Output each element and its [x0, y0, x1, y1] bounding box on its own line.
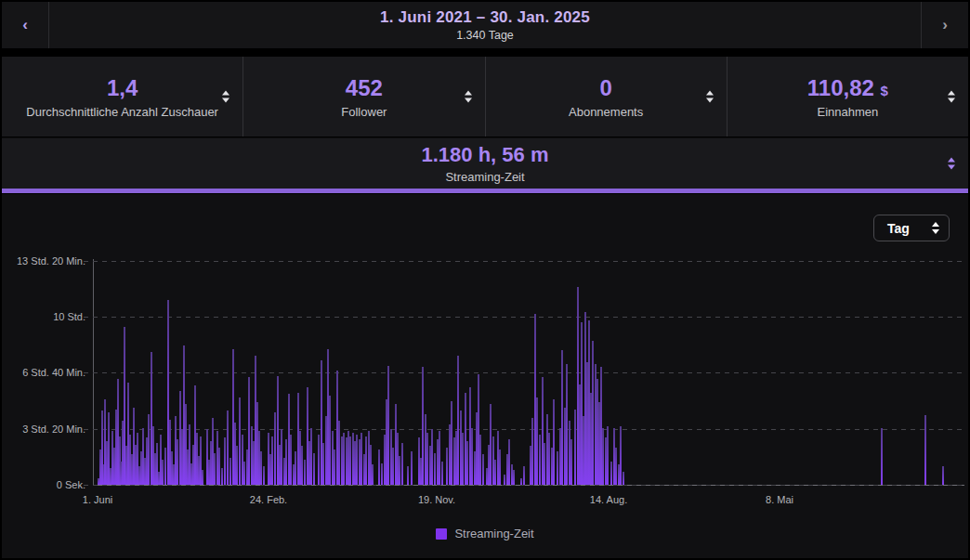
stream-time-bar[interactable] [446, 448, 448, 485]
stream-time-bar[interactable] [513, 470, 515, 485]
stream-time-bar[interactable] [218, 448, 220, 485]
stream-time-bar[interactable] [224, 437, 226, 485]
stream-time-bar[interactable] [322, 443, 324, 485]
stream-time-bar[interactable] [523, 466, 525, 485]
stream-time-bar[interactable] [924, 415, 926, 485]
stream-time-bar[interactable] [499, 449, 501, 485]
stream-time-bar[interactable] [239, 397, 241, 485]
stream-time-bar[interactable] [248, 377, 250, 485]
stream-time-bar[interactable] [615, 448, 617, 485]
stream-time-bar[interactable] [434, 453, 436, 485]
stream-time-bar[interactable] [313, 453, 315, 485]
stat-cell-followers[interactable]: 452 Follower [242, 57, 484, 137]
sort-chevrons-icon[interactable] [222, 91, 229, 103]
stream-time-bar[interactable] [214, 453, 216, 485]
stream-time-bar[interactable] [439, 431, 440, 485]
stream-time-bar[interactable] [281, 429, 282, 485]
stream-time-bar[interactable] [227, 410, 229, 485]
stream-time-bar[interactable] [407, 466, 409, 485]
stream-time-bar[interactable] [295, 451, 296, 485]
stream-time-bar[interactable] [566, 364, 568, 485]
stream-time-bar[interactable] [229, 458, 231, 485]
stream-time-bar[interactable] [422, 367, 424, 485]
stream-time-bar[interactable] [243, 462, 245, 485]
stream-time-bar[interactable] [290, 435, 292, 485]
stream-time-bar[interactable] [557, 451, 558, 485]
stream-time-bar[interactable] [561, 350, 563, 485]
stream-time-bar[interactable] [544, 443, 545, 485]
stream-time-bar[interactable] [162, 460, 164, 485]
stream-time-bar[interactable] [164, 448, 166, 485]
stream-time-bar[interactable] [274, 412, 276, 485]
stream-time-bar[interactable] [623, 472, 624, 485]
stream-time-bar[interactable] [343, 433, 345, 485]
stream-time-bar[interactable] [942, 466, 944, 485]
stream-time-bar[interactable] [148, 414, 150, 485]
stream-time-bar[interactable] [490, 404, 492, 485]
stream-time-bar[interactable] [372, 464, 374, 485]
stat-cell-average-viewers[interactable]: 1,4 Durchschnittliche Anzahl Zuschauer [2, 57, 242, 137]
sort-chevrons-icon[interactable] [706, 91, 714, 103]
stream-time-bar[interactable] [548, 433, 550, 485]
stream-time-bar[interactable] [553, 399, 555, 485]
stream-time-bar[interactable] [520, 478, 522, 485]
stream-time-bar[interactable] [504, 475, 505, 485]
stream-time-bar[interactable] [457, 356, 459, 485]
stream-time-bar[interactable] [387, 366, 389, 485]
stream-time-bar[interactable] [441, 462, 443, 485]
stream-time-bar[interactable] [451, 401, 452, 485]
stream-time-bar[interactable] [531, 418, 533, 485]
stream-time-bar[interactable] [401, 443, 403, 485]
stream-time-bar[interactable] [607, 426, 609, 485]
stream-time-bar[interactable] [236, 446, 238, 485]
stream-time-bar[interactable] [881, 428, 883, 485]
stream-time-bar[interactable] [539, 435, 541, 485]
sort-chevrons-icon[interactable] [948, 91, 955, 103]
stream-time-bar[interactable] [494, 460, 496, 485]
stream-time-bar[interactable] [508, 439, 510, 485]
stream-time-bar[interactable] [399, 456, 400, 485]
previous-period-button[interactable]: ‹ [2, 2, 49, 48]
stream-time-bar[interactable] [381, 463, 383, 485]
stream-time-bar[interactable] [462, 433, 464, 485]
stream-time-bar[interactable] [263, 466, 265, 485]
stream-time-bar[interactable] [471, 428, 473, 485]
stat-cell-subscriptions[interactable]: 0 Abonnements [485, 57, 727, 137]
stream-time-bar[interactable] [392, 448, 394, 485]
stat-cell-stream-time[interactable]: 1.180 h, 56 m Streaming-Zeit [2, 137, 968, 189]
stat-cell-revenue[interactable]: 110,82 $ Einnahmen [727, 57, 968, 137]
stream-time-bar[interactable] [479, 435, 481, 485]
stream-time-bar[interactable] [482, 454, 484, 485]
stream-time-bar[interactable] [349, 436, 351, 485]
sort-chevrons-icon[interactable] [465, 91, 472, 103]
stream-time-bar[interactable] [356, 435, 358, 485]
stream-time-bar[interactable] [260, 451, 262, 485]
stream-time-bar[interactable] [570, 439, 572, 485]
stream-time-bar[interactable] [466, 441, 468, 485]
stream-time-bar[interactable] [271, 436, 273, 485]
stream-time-bar[interactable] [304, 460, 306, 485]
sort-chevrons-icon[interactable] [948, 158, 955, 170]
stream-time-bar[interactable] [285, 439, 287, 485]
stream-time-bar[interactable] [378, 449, 380, 485]
stream-time-bar[interactable] [411, 451, 413, 485]
stream-time-bar[interactable] [338, 421, 340, 485]
stream-time-bar[interactable] [329, 396, 331, 485]
stream-time-bar[interactable] [334, 449, 335, 485]
stream-time-bar[interactable] [221, 468, 223, 485]
stream-time-bar[interactable] [365, 436, 367, 485]
stream-time-bar[interactable] [310, 428, 312, 485]
stream-time-bar[interactable] [301, 446, 303, 485]
stream-time-bar[interactable] [177, 439, 178, 485]
next-period-button[interactable]: › [921, 2, 968, 48]
stream-time-bar[interactable] [592, 341, 594, 485]
stream-time-bar[interactable] [610, 462, 612, 485]
stream-time-bar[interactable] [431, 429, 433, 485]
stream-time-bar[interactable] [536, 397, 538, 485]
stream-time-bar[interactable] [360, 433, 362, 485]
stream-time-bar[interactable] [620, 426, 622, 485]
stream-time-bar[interactable] [202, 470, 203, 485]
stream-time-bar[interactable] [574, 410, 576, 485]
stream-time-bar[interactable] [602, 428, 604, 485]
stream-time-bar[interactable] [426, 433, 428, 485]
